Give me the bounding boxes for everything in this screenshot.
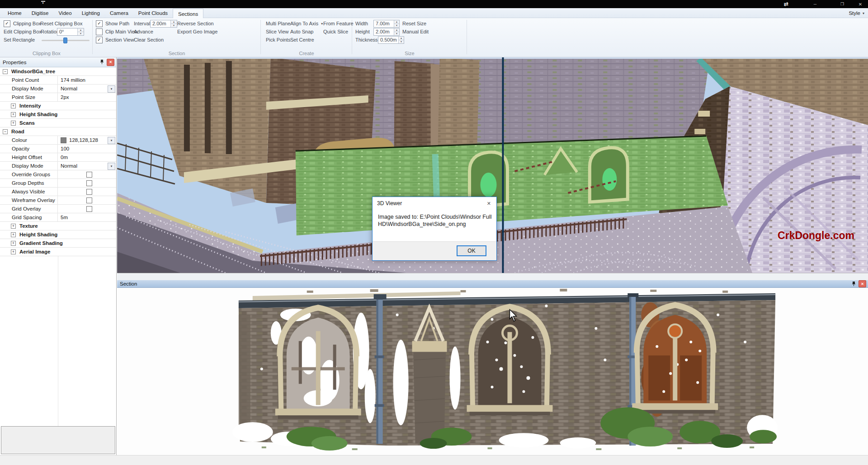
tab-point-clouds[interactable]: Point Clouds <box>133 8 173 18</box>
checkbox-icon[interactable]: ✓ <box>96 28 103 35</box>
property-display-mode[interactable]: Display ModeNormal▾ <box>0 162 116 170</box>
tab-camera[interactable]: Camera <box>105 8 133 18</box>
clipping-box-checkbox[interactable]: ✓ Clipping Box <box>4 20 41 27</box>
close-icon[interactable]: ✕ <box>486 201 492 207</box>
colour-swatch[interactable] <box>61 137 66 143</box>
set-rectangle-button[interactable]: Set Rectangle <box>4 36 35 43</box>
panel-splitter[interactable] <box>117 273 868 280</box>
spin-up-icon[interactable]: ▲ <box>394 28 399 32</box>
pin-icon[interactable] <box>99 59 105 66</box>
category-gradient-shading[interactable]: +Gradient Shading <box>0 239 116 248</box>
category-scans[interactable]: +Scans <box>0 119 116 127</box>
height-stepper[interactable]: 2.00m ▲▼ <box>373 28 400 35</box>
minimize-button[interactable]: ─ <box>807 0 823 8</box>
thickness-stepper[interactable]: 0.500m ▲▼ <box>378 36 404 43</box>
category-height-shading[interactable]: +Height Shading <box>0 110 116 119</box>
tab-lighting[interactable]: Lighting <box>77 8 105 18</box>
category-windsorbga-tree[interactable]: −WindsorBGa_tree <box>0 67 116 76</box>
category-texture[interactable]: +Texture <box>0 222 116 230</box>
maximize-button[interactable]: ❐ <box>835 0 850 8</box>
checkbox[interactable] <box>86 189 92 195</box>
dialog-title-bar[interactable]: 3D Viewer ✕ <box>373 197 496 210</box>
rotation-slider[interactable] <box>42 37 90 43</box>
slider-thumb[interactable] <box>63 38 67 43</box>
property-grid-spacing[interactable]: Grid Spacing5m <box>0 213 116 222</box>
tab-sections[interactable]: Sections <box>173 9 203 19</box>
collapse-icon[interactable]: − <box>3 69 8 74</box>
expand-icon[interactable]: + <box>11 224 16 229</box>
set-centre-button[interactable]: Set Centre <box>290 36 314 43</box>
property-point-size[interactable]: Point Size2px <box>0 93 116 102</box>
checkbox-icon[interactable]: ✓ <box>96 37 103 43</box>
close-panel-icon[interactable]: ✕ <box>859 280 866 287</box>
property-height-offset[interactable]: Height Offset0m <box>0 153 116 162</box>
collapse-icon[interactable]: − <box>3 129 8 134</box>
reset-size-button[interactable]: Reset Size <box>402 20 426 27</box>
expand-icon[interactable]: + <box>11 249 16 254</box>
property-opacity[interactable]: Opacity100 <box>0 145 116 153</box>
rotation-stepper[interactable]: 0° ▲▼ <box>57 28 84 35</box>
expand-icon[interactable]: + <box>11 112 16 117</box>
chevron-down-icon[interactable]: ▾ <box>108 163 115 170</box>
checkbox[interactable] <box>86 197 92 203</box>
expand-icon[interactable]: + <box>11 103 16 108</box>
align-to-axis-button[interactable]: Align To Axis ▾ <box>290 20 323 27</box>
close-button[interactable]: ✕ <box>853 0 868 8</box>
reset-clipping-box-button[interactable]: Reset Clipping Box <box>40 20 83 27</box>
export-geo-image-button[interactable]: Export Geo Image <box>177 28 217 35</box>
category-height-shading-2[interactable]: +Height Shading <box>0 230 116 239</box>
pick-points-button[interactable]: Pick Points <box>266 36 290 43</box>
clear-section-button[interactable]: Clear Section <box>134 36 164 43</box>
edit-clipping-box-button[interactable]: Edit Clipping Box <box>4 28 42 35</box>
width-stepper[interactable]: 7.00m ▲▼ <box>373 20 400 27</box>
spin-down-icon[interactable]: ▼ <box>399 40 404 43</box>
manual-edit-button[interactable]: Manual Edit <box>402 28 429 35</box>
category-road[interactable]: −Road <box>0 127 116 136</box>
advance-button[interactable]: Advance <box>134 28 153 35</box>
checkbox-icon[interactable]: ✓ <box>96 20 103 27</box>
pin-icon[interactable] <box>850 281 857 287</box>
multi-plane-button[interactable]: Multi Plane <box>266 20 290 27</box>
chevron-down-icon[interactable]: ▾ <box>108 85 115 93</box>
expand-icon[interactable]: + <box>11 232 16 237</box>
checkbox[interactable] <box>86 172 92 178</box>
spin-down-icon[interactable]: ▼ <box>394 24 399 27</box>
spin-down-icon[interactable]: ▼ <box>78 32 84 35</box>
spin-up-icon[interactable]: ▲ <box>399 37 404 40</box>
section-view-checkbox[interactable]: ✓ Section View <box>96 36 134 43</box>
chevron-down-icon[interactable]: ▾ <box>108 137 115 144</box>
interval-stepper[interactable]: 2.00m ▲▼ <box>150 20 177 27</box>
checkbox[interactable] <box>86 180 92 186</box>
from-feature-button[interactable]: From Feature <box>323 20 354 27</box>
quick-slice-button[interactable]: Quick Slice <box>323 28 348 35</box>
style-menu-button[interactable]: Style ▾ <box>849 8 864 18</box>
ok-button[interactable]: OK <box>457 245 486 256</box>
category-aerial-image[interactable]: +Aerial Image <box>0 248 116 256</box>
property-display-mode[interactable]: Display ModeNormal▾ <box>0 85 116 93</box>
category-label: Texture <box>19 223 38 229</box>
quick-access-toolbar-icon[interactable]: ▾ <box>40 1 46 7</box>
reverse-section-button[interactable]: Reverse Section <box>177 20 214 27</box>
auto-snap-button[interactable]: Auto Snap <box>290 28 313 35</box>
section-plane-line[interactable] <box>502 57 504 273</box>
checkbox[interactable] <box>86 206 92 212</box>
section-viewport[interactable] <box>117 288 868 455</box>
spin-down-icon[interactable]: ▼ <box>171 24 177 27</box>
spin-down-icon[interactable]: ▼ <box>394 32 399 35</box>
property-colour[interactable]: Colour128,128,128▾ <box>0 136 116 145</box>
tab-home[interactable]: Home <box>3 8 27 18</box>
expand-icon[interactable]: + <box>11 241 16 246</box>
spin-up-icon[interactable]: ▲ <box>394 20 399 24</box>
tab-digitise[interactable]: Digitise <box>27 8 54 18</box>
category-intensity[interactable]: +Intensity <box>0 102 116 110</box>
tab-video[interactable]: Video <box>53 8 76 18</box>
checkbox-label: Show Path <box>105 21 129 26</box>
show-path-checkbox[interactable]: ✓ Show Path <box>96 20 129 27</box>
slice-view-button[interactable]: Slice View <box>266 28 289 35</box>
expand-icon[interactable]: + <box>11 121 16 126</box>
close-panel-icon[interactable]: ✕ <box>107 59 114 66</box>
spin-up-icon[interactable]: ▲ <box>78 28 84 32</box>
spin-up-icon[interactable]: ▲ <box>171 20 177 24</box>
clip-main-view-checkbox[interactable]: ✓ Clip Main View <box>96 28 138 35</box>
checkbox-icon[interactable]: ✓ <box>4 20 10 27</box>
